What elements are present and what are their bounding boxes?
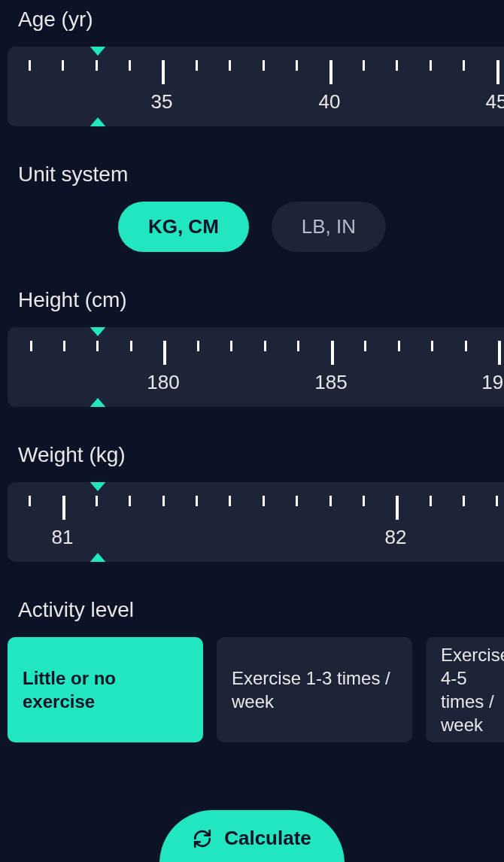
ruler-tick xyxy=(263,60,265,71)
ruler-tick-major xyxy=(396,496,399,520)
ruler-tick xyxy=(296,496,298,506)
ruler-tick xyxy=(229,60,231,71)
ruler-tick xyxy=(463,60,465,71)
ruler-tick xyxy=(496,496,498,506)
ruler-tick xyxy=(96,496,98,506)
ruler-tick xyxy=(196,60,198,71)
ruler-tick xyxy=(30,341,32,351)
ruler-tick xyxy=(29,496,31,506)
activity-option-0[interactable]: Little or no exercise xyxy=(8,637,203,742)
ruler-tick xyxy=(264,341,266,351)
ruler-tick-label: 35 xyxy=(151,90,173,114)
ruler-tick xyxy=(465,341,467,351)
ruler-tick xyxy=(62,60,64,71)
activity-label: Activity level xyxy=(18,598,486,622)
ruler-tick-major xyxy=(331,341,334,365)
ruler-tick xyxy=(297,341,299,351)
unit-imperial-button[interactable]: LB, IN xyxy=(272,202,386,252)
ruler-tick xyxy=(296,60,298,71)
ruler-tick-major xyxy=(162,60,165,84)
chevron-up-icon xyxy=(89,553,107,562)
ruler-tick xyxy=(363,496,365,506)
ruler-tick xyxy=(463,496,465,506)
activity-option-1[interactable]: Exercise 1-3 times / week xyxy=(217,637,412,742)
calculate-button[interactable]: Calculate xyxy=(159,810,345,862)
ruler-tick xyxy=(196,496,198,506)
ruler-tick-label: 45 xyxy=(486,90,504,114)
ruler-tick xyxy=(130,341,132,351)
ruler-tick xyxy=(96,341,99,351)
ruler-tick xyxy=(431,341,433,351)
ruler-tick-major xyxy=(496,60,499,84)
ruler-tick xyxy=(29,60,31,71)
ruler-tick-major xyxy=(62,496,65,520)
height-label: Height (cm) xyxy=(18,288,486,312)
ruler-tick xyxy=(63,341,65,351)
ruler-tick xyxy=(396,60,398,71)
ruler-tick xyxy=(229,496,231,506)
age-label: Age (yr) xyxy=(18,8,486,32)
ruler-tick-label: 180 xyxy=(147,371,179,394)
ruler-tick xyxy=(230,341,232,351)
ruler-tick xyxy=(96,60,98,71)
ruler-tick-major xyxy=(163,341,166,365)
ruler-tick xyxy=(430,60,432,71)
unit-label: Unit system xyxy=(18,162,486,187)
ruler-tick xyxy=(129,496,131,506)
chevron-down-icon xyxy=(89,482,107,491)
weight-slider[interactable]: 8182 xyxy=(8,482,504,562)
ruler-tick-label: 190 xyxy=(481,371,504,394)
ruler-tick xyxy=(263,496,265,506)
age-slider[interactable]: 354045 xyxy=(8,47,504,126)
ruler-tick xyxy=(329,496,332,506)
weight-label: Weight (kg) xyxy=(18,443,486,467)
ruler-tick xyxy=(363,60,365,71)
ruler-tick xyxy=(162,496,165,506)
unit-metric-button[interactable]: KG, CM xyxy=(118,202,249,252)
ruler-tick xyxy=(398,341,400,351)
ruler-tick xyxy=(364,341,366,351)
ruler-tick xyxy=(197,341,199,351)
ruler-tick-label: 81 xyxy=(52,526,74,549)
ruler-tick-major xyxy=(329,60,332,84)
ruler-tick xyxy=(430,496,432,506)
chevron-down-icon xyxy=(89,47,107,56)
activity-option-2[interactable]: Exercise 4-5 times / week xyxy=(426,637,504,742)
chevron-up-icon xyxy=(89,117,107,126)
ruler-tick-label: 40 xyxy=(319,90,341,114)
ruler-tick-major xyxy=(498,341,501,365)
height-slider[interactable]: 180185190 xyxy=(8,327,504,407)
ruler-tick xyxy=(129,60,131,71)
chevron-up-icon xyxy=(89,398,107,407)
ruler-tick-label: 185 xyxy=(314,371,347,394)
chevron-down-icon xyxy=(89,327,107,336)
ruler-tick-label: 82 xyxy=(385,526,407,549)
refresh-icon xyxy=(193,829,212,848)
calculate-label: Calculate xyxy=(224,827,311,850)
